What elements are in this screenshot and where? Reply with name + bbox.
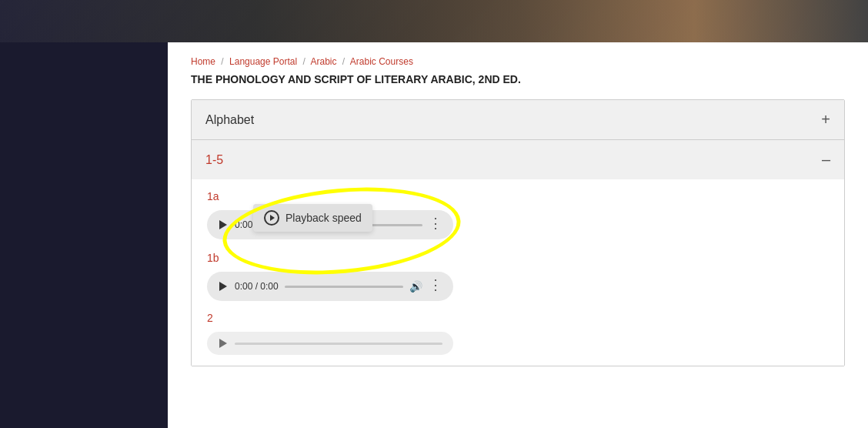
progress-bar-1b[interactable] bbox=[285, 286, 403, 288]
breadcrumb-language-portal[interactable]: Language Portal bbox=[229, 56, 297, 67]
breadcrumb-home[interactable]: Home bbox=[191, 56, 215, 67]
accordion-toggle-1-5: – bbox=[822, 151, 830, 169]
lesson-2: 2 bbox=[207, 312, 829, 355]
accordion-container: Alphabet + 1-5 – 1a bbox=[191, 99, 845, 366]
accordion-row-alphabet: Alphabet + bbox=[192, 100, 844, 140]
accordion-row-1-5: 1-5 – 1a 0:00 ⋮ bbox=[192, 140, 844, 366]
playback-speed-tooltip[interactable]: Playback speed bbox=[253, 204, 372, 232]
breadcrumb-sep-3: / bbox=[342, 56, 345, 67]
play-button-1a[interactable] bbox=[218, 219, 229, 230]
lesson-2-label: 2 bbox=[207, 312, 829, 324]
time-display-1a: 0:00 bbox=[235, 219, 252, 230]
lesson-1b: 1b 0:00 / 0:00 🔊 ⋮ bbox=[207, 252, 829, 301]
time-display-1b: 0:00 / 0:00 bbox=[235, 281, 279, 292]
lesson-1a-label: 1a bbox=[207, 190, 829, 202]
breadcrumb-sep-1: / bbox=[221, 56, 223, 67]
breadcrumb-sep-2: / bbox=[302, 56, 305, 67]
page-title: THE PHONOLOGY AND SCRIPT OF LITERARY ARA… bbox=[191, 73, 845, 85]
lesson-1b-label: 1b bbox=[207, 252, 829, 264]
more-button-1b[interactable]: ⋮ bbox=[429, 278, 442, 295]
play-button-2[interactable] bbox=[218, 338, 229, 349]
progress-bar-2[interactable] bbox=[235, 343, 442, 345]
playback-speed-icon bbox=[264, 210, 279, 226]
accordion-label-alphabet: Alphabet bbox=[205, 113, 254, 127]
accordion-header-alphabet[interactable]: Alphabet + bbox=[192, 100, 844, 139]
volume-icon-1b: 🔊 bbox=[409, 280, 422, 293]
audio-player-1a-wrapper: 0:00 ⋮ Playback speed bbox=[207, 210, 829, 239]
right-panel: Home / Language Portal / Arabic / Arabic… bbox=[168, 42, 868, 428]
play-button-1b[interactable] bbox=[218, 281, 229, 292]
audio-player-2[interactable] bbox=[207, 332, 453, 355]
header-image bbox=[0, 0, 868, 42]
accordion-toggle-alphabet: + bbox=[821, 111, 830, 129]
playback-speed-label: Playback speed bbox=[285, 212, 362, 224]
lesson-1a: 1a 0:00 ⋮ Playback speed bbox=[207, 190, 829, 239]
audio-player-1b[interactable]: 0:00 / 0:00 🔊 ⋮ bbox=[207, 272, 453, 301]
breadcrumb-arabic-courses[interactable]: Arabic Courses bbox=[350, 56, 413, 67]
accordion-content-1-5: 1a 0:00 ⋮ Playback speed bbox=[192, 179, 844, 366]
left-panel bbox=[0, 42, 168, 428]
accordion-header-1-5[interactable]: 1-5 – bbox=[192, 140, 844, 179]
breadcrumb-arabic[interactable]: Arabic bbox=[310, 56, 336, 67]
more-button-1a[interactable]: ⋮ bbox=[429, 216, 442, 233]
accordion-label-1-5: 1-5 bbox=[205, 153, 223, 167]
breadcrumb: Home / Language Portal / Arabic / Arabic… bbox=[191, 56, 845, 67]
